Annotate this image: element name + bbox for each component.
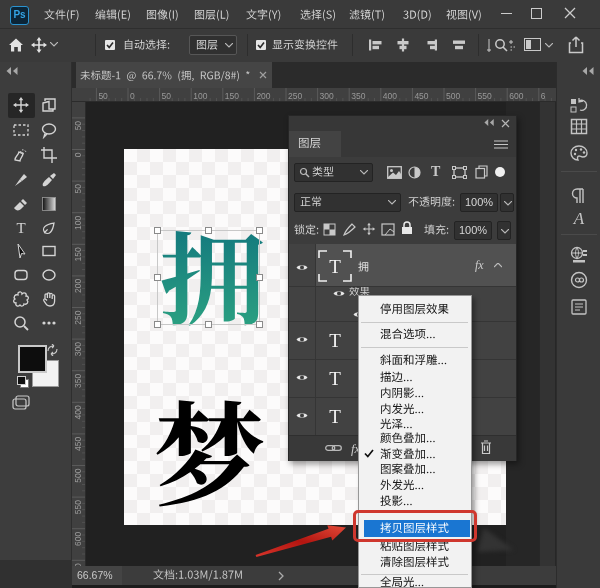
svg-text:200: 200 (73, 279, 83, 293)
svg-text:150: 150 (225, 91, 239, 101)
svg-text:300: 300 (73, 342, 83, 356)
svg-text:A: A (573, 209, 585, 227)
svg-text:400: 400 (73, 405, 83, 419)
svg-text:100: 100 (73, 215, 83, 229)
svg-text:350: 350 (73, 373, 83, 387)
svg-text:50: 50 (73, 184, 83, 194)
svg-text:T: T (329, 256, 341, 277)
svg-text:100: 100 (193, 91, 207, 101)
svg-text:350: 350 (351, 91, 365, 101)
svg-text:400: 400 (383, 91, 397, 101)
svg-text:550: 550 (478, 91, 492, 101)
svg-text:200: 200 (256, 91, 270, 101)
svg-text:50: 50 (162, 91, 172, 101)
svg-text:0: 0 (73, 152, 83, 157)
svg-text:T: T (16, 220, 25, 236)
svg-text:250: 250 (73, 310, 83, 324)
svg-text:500: 500 (446, 91, 460, 101)
svg-text:50: 50 (98, 91, 108, 101)
svg-text:600: 600 (509, 91, 523, 101)
svg-text:600: 600 (73, 531, 83, 545)
svg-text:500: 500 (73, 468, 83, 482)
svg-text:50: 50 (73, 121, 83, 131)
svg-text:T: T (329, 330, 341, 351)
svg-text:450: 450 (414, 91, 428, 101)
svg-text:150: 150 (73, 247, 83, 261)
svg-text:300: 300 (320, 91, 334, 101)
svg-text:550: 550 (73, 500, 83, 514)
svg-text:450: 450 (73, 437, 83, 451)
svg-text:T: T (329, 368, 341, 389)
svg-text:250: 250 (288, 91, 302, 101)
svg-text:T: T (329, 406, 341, 427)
